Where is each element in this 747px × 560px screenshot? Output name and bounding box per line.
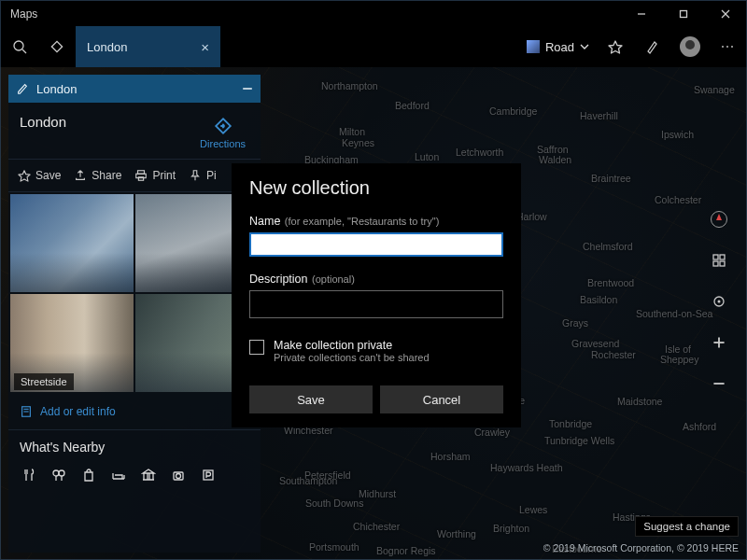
name-label: Name [249,215,280,228]
name-hint: (for example, "Restaurants to try") [285,216,440,227]
add-edit-info-label: Add or edit info [40,405,116,418]
avatar-icon [680,36,700,57]
appbar: London × Road [0,26,747,67]
action-row: Save Share Print Pi [8,160,261,192]
zoom-out-button[interactable] [707,371,731,396]
pin-label: Pi [206,169,217,182]
pin-button[interactable]: Pi [183,165,222,186]
minimize-button[interactable] [620,1,662,26]
svg-point-23 [176,474,181,479]
compass-icon [711,211,727,228]
svg-rect-1 [680,10,686,17]
svg-rect-26 [720,255,725,259]
attractions-icon[interactable] [46,462,72,488]
titlebar: Maps [0,0,747,26]
panel-title-row: London Directions [8,103,261,160]
search-icon[interactable] [1,26,38,67]
pin-icon [189,169,202,182]
save-button[interactable]: Save [12,165,66,186]
ink-icon[interactable] [634,26,671,67]
photo-tile[interactable] [10,194,134,292]
print-icon [134,169,148,182]
minimize-panel-icon[interactable] [242,83,253,94]
streetside-badge[interactable]: Streetside [14,373,74,390]
zoom-in-button[interactable] [707,330,731,355]
photo-grid: Streetside [8,192,261,394]
more-icon[interactable] [709,26,746,67]
svg-marker-13 [19,171,30,181]
description-label: Description [249,273,308,286]
svg-rect-27 [713,261,718,266]
svg-point-8 [722,46,724,48]
private-label: Make collection private [274,339,430,352]
maximize-button[interactable] [662,1,704,26]
place-title: London [20,112,196,130]
svg-point-20 [53,470,59,476]
shopping-icon[interactable] [76,462,102,488]
print-label: Print [152,169,176,182]
print-button[interactable]: Print [129,165,181,186]
panel-header-label: London [36,82,234,96]
favorites-icon[interactable] [597,26,634,67]
directions-icon[interactable] [38,26,76,67]
name-input[interactable] [249,232,503,257]
svg-point-9 [726,46,728,48]
svg-rect-25 [713,255,718,259]
dialog-cancel-button[interactable]: Cancel [380,385,503,413]
compass-button[interactable] [707,207,731,231]
dialog-save-button[interactable]: Save [249,385,373,413]
map-view-selector[interactable]: Road [519,26,597,67]
new-collection-dialog: New collection Name (for example, "Resta… [233,164,520,427]
svg-point-10 [731,46,733,48]
dialog-title: New collection [249,177,503,199]
svg-rect-6 [51,41,62,51]
share-icon [74,169,87,182]
svg-point-30 [718,301,721,303]
map-view-swatch-icon [527,40,540,53]
suggest-change-button[interactable]: Suggest a change [635,516,739,537]
svg-point-4 [14,41,23,50]
hotels-icon[interactable] [106,462,132,488]
chevron-down-icon [580,42,589,51]
banks-icon[interactable] [135,462,162,488]
nearby-heading: What's Nearby [8,430,261,460]
locate-me-button[interactable] [707,289,731,314]
svg-line-5 [22,49,26,53]
search-tab-label: London [87,40,201,54]
svg-rect-16 [139,177,144,181]
close-button[interactable] [704,1,746,26]
cinema-icon[interactable] [165,462,191,488]
place-panel: London London Directions Save Share Prin… [8,75,261,553]
parking-icon[interactable] [195,462,221,488]
search-tab[interactable]: London × [76,26,220,67]
svg-point-21 [59,470,64,476]
private-checkbox-row[interactable]: Make collection private Private collecti… [249,339,503,363]
private-checkbox[interactable] [249,340,264,355]
directions-button[interactable]: Directions [196,112,249,159]
search-tab-close-icon[interactable]: × [201,39,209,55]
restaurants-icon[interactable] [16,462,42,488]
panel-header[interactable]: London [8,75,261,103]
note-icon [20,405,33,418]
add-edit-info-link[interactable]: Add or edit info [8,394,261,430]
map-view-label: Road [545,40,574,54]
nearby-icon-row [8,460,261,497]
svg-marker-7 [609,41,622,53]
directions-label: Directions [200,138,246,149]
star-icon [18,169,31,182]
description-input[interactable] [249,290,503,318]
account-icon[interactable] [671,26,709,67]
main-area: NorthamptonBedfordCambridgeMiltonKeynesL… [0,67,747,560]
map-credit: © 2019 Microsoft Corporation, © 2019 HER… [543,542,739,553]
private-sublabel: Private collections can't be shared [274,352,430,363]
share-button[interactable]: Share [68,165,127,186]
svg-rect-28 [720,261,725,266]
share-label: Share [92,169,121,182]
edit-icon [16,82,29,95]
save-label: Save [35,169,61,182]
tilt-button[interactable] [707,248,731,273]
map-tools [705,207,733,396]
description-hint: (optional) [312,273,355,285]
window-title: Maps [1,7,620,21]
